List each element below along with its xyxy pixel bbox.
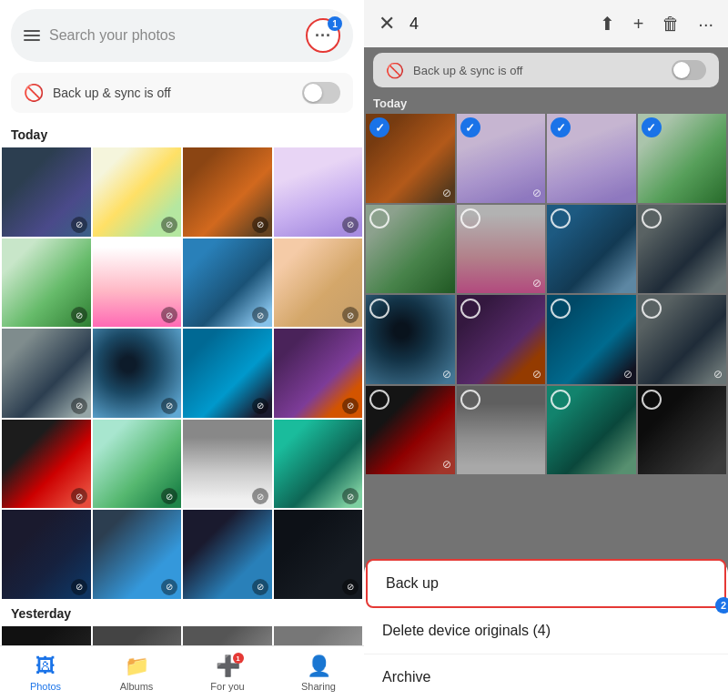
sync-icon-overlay: ⊘ bbox=[252, 307, 268, 323]
right-photo-cell[interactable]: ⊘ bbox=[457, 295, 546, 384]
photo-cell[interactable]: ⊘ bbox=[274, 329, 363, 418]
photo-cell[interactable]: ⊘ bbox=[183, 420, 272, 509]
sync-icon-overlay: ⊘ bbox=[342, 579, 359, 595]
photos-icon: 🖼 bbox=[35, 654, 56, 678]
delete-originals-button[interactable]: Delete device originals (4) bbox=[364, 608, 728, 654]
sync-icon-overlay: ⊘ bbox=[71, 488, 87, 504]
photo-cell[interactable]: ⊘ bbox=[183, 329, 272, 418]
photo-grid-row2: ⊘ ⊘ ⊘ ⊘ bbox=[2, 238, 362, 328]
sync-icon-overlay: ⊘ bbox=[713, 368, 723, 380]
archive-button[interactable]: Archive bbox=[364, 654, 728, 700]
sharing-icon: 👤 bbox=[307, 654, 331, 678]
nav-for-you-label: For you bbox=[210, 681, 244, 692]
right-photo-cell[interactable]: ⊘ bbox=[366, 386, 455, 475]
backup-label: Back up bbox=[386, 575, 439, 592]
nav-for-you[interactable]: ➕ 1 For you bbox=[182, 649, 273, 697]
sync-icon-overlay: ⊘ bbox=[342, 488, 359, 504]
screenshots-row: ⊘ ⊘ ⊘ ⊘ bbox=[2, 510, 362, 599]
check-circle bbox=[460, 299, 480, 319]
photo-cell[interactable]: ⊘ bbox=[183, 510, 272, 599]
photo-cell[interactable]: ⊘ bbox=[274, 510, 363, 599]
share-button[interactable]: ⬆ bbox=[596, 9, 619, 38]
more-options-button[interactable]: ··· bbox=[694, 10, 717, 38]
check-circle bbox=[460, 208, 480, 228]
photo-grid-row1: ⊘ ⊘ ⊘ ⊘ bbox=[2, 147, 362, 237]
sync-icon-overlay: ⊘ bbox=[532, 277, 541, 289]
bottom-sheet: Back up 2 Delete device originals (4) Ar… bbox=[364, 559, 728, 700]
right-photo-cell[interactable]: ⊘ bbox=[366, 295, 455, 384]
nav-sharing[interactable]: 👤 Sharing bbox=[273, 649, 364, 697]
for-you-badge: ➕ 1 bbox=[216, 654, 240, 678]
right-photo-cell[interactable]: ⊘ bbox=[457, 205, 546, 294]
right-photo-cell[interactable]: ⊘ bbox=[638, 295, 727, 384]
right-photo-cell[interactable] bbox=[638, 205, 727, 294]
photo-cell[interactable]: ⊘ bbox=[183, 238, 272, 328]
close-button[interactable]: ✕ bbox=[375, 8, 399, 39]
right-sync-icon: 🚫 bbox=[386, 62, 404, 79]
right-today-label: Today bbox=[373, 96, 719, 110]
photo-cell[interactable]: ⊘ bbox=[274, 238, 363, 328]
bottom-navigation: 🖼 Photos 📁 Albums ➕ 1 For you 👤 Sharing bbox=[0, 645, 364, 700]
photo-cell[interactable]: ⊘ bbox=[93, 510, 182, 599]
photo-cell[interactable]: ⊘ bbox=[2, 420, 91, 509]
right-photo-cell[interactable]: ✓ ⊘ bbox=[366, 114, 455, 203]
delete-originals-label: Delete device originals (4) bbox=[382, 623, 551, 639]
photo-cell[interactable]: ⊘ bbox=[2, 510, 91, 599]
sync-icon-overlay: ⊘ bbox=[442, 187, 451, 199]
sync-icon-overlay: ⊘ bbox=[342, 217, 359, 233]
left-content: Today ⊘ ⊘ ⊘ ⊘ ⊘ ⊘ ⊘ bbox=[0, 122, 364, 700]
sync-toggle[interactable] bbox=[302, 82, 340, 104]
right-sync-bar: 🚫 Back up & sync is off bbox=[373, 53, 719, 87]
yesterday-label: Yesterday bbox=[11, 606, 353, 621]
nav-photos[interactable]: 🖼 Photos bbox=[0, 649, 91, 697]
right-photo-cell[interactable]: ✓ ⊘ bbox=[457, 114, 546, 203]
photo-cell[interactable]: ⊘ bbox=[93, 329, 182, 418]
sync-icon-overlay: ⊘ bbox=[71, 579, 87, 595]
sync-bar: 🚫 Back up & sync is off bbox=[11, 73, 353, 113]
delete-button[interactable]: 🗑 bbox=[658, 10, 683, 38]
add-button[interactable]: + bbox=[630, 10, 648, 38]
sync-icon-overlay: ⊘ bbox=[161, 217, 177, 233]
right-photo-cell[interactable] bbox=[457, 386, 546, 475]
photo-cell[interactable]: ⊘ bbox=[274, 147, 363, 237]
right-photo-cell[interactable]: ✓ bbox=[638, 114, 727, 203]
nav-albums-label: Albums bbox=[120, 681, 154, 692]
nav-photos-label: Photos bbox=[30, 681, 61, 692]
badge-dot: 1 bbox=[233, 653, 244, 664]
albums-icon: 📁 bbox=[125, 654, 149, 678]
photo-cell[interactable]: ⊘ bbox=[93, 147, 182, 237]
menu-icon[interactable] bbox=[24, 30, 40, 41]
search-input[interactable]: Search your photos bbox=[49, 27, 297, 44]
right-photo-cell[interactable] bbox=[638, 386, 727, 475]
check-circle bbox=[369, 208, 389, 228]
sync-icon-overlay: ⊘ bbox=[161, 307, 177, 323]
sync-icon-overlay: ⊘ bbox=[342, 307, 359, 323]
selected-count: 4 bbox=[410, 15, 585, 34]
sync-icon-overlay: ⊘ bbox=[342, 398, 359, 414]
sync-icon-overlay: ⊘ bbox=[532, 187, 541, 199]
photo-cell[interactable]: ⊘ bbox=[2, 238, 91, 328]
check-circle bbox=[642, 208, 662, 228]
photo-cell[interactable]: ⊘ bbox=[274, 420, 363, 509]
photo-cell[interactable]: ⊘ bbox=[2, 329, 91, 418]
header-actions: ⬆ + 🗑 ··· bbox=[596, 9, 717, 38]
sync-text: Back up & sync is off bbox=[53, 86, 293, 100]
check-circle: ✓ bbox=[460, 117, 480, 137]
right-photo-cell[interactable] bbox=[547, 386, 636, 475]
backup-button[interactable]: Back up 2 bbox=[366, 559, 726, 608]
right-header: ✕ 4 ⬆ + 🗑 ··· bbox=[364, 0, 728, 47]
right-photo-cell[interactable]: ⊘ bbox=[547, 295, 636, 384]
right-photo-cell[interactable] bbox=[547, 205, 636, 294]
check-circle: ✓ bbox=[551, 117, 571, 137]
photo-cell[interactable]: ⊘ bbox=[93, 420, 182, 509]
photo-cell[interactable]: ⊘ bbox=[93, 238, 182, 328]
check-circle: ✓ bbox=[642, 117, 662, 137]
right-sync-toggle[interactable] bbox=[672, 60, 706, 80]
sync-icon-overlay: ⊘ bbox=[252, 217, 268, 233]
photo-cell[interactable]: ⊘ bbox=[2, 147, 91, 237]
right-photo-cell[interactable] bbox=[366, 205, 455, 294]
right-photo-cell[interactable]: ✓ bbox=[547, 114, 636, 203]
nav-albums[interactable]: 📁 Albums bbox=[91, 649, 182, 697]
right-row2: ⊘ bbox=[366, 205, 726, 294]
photo-cell[interactable]: ⊘ bbox=[183, 147, 272, 237]
